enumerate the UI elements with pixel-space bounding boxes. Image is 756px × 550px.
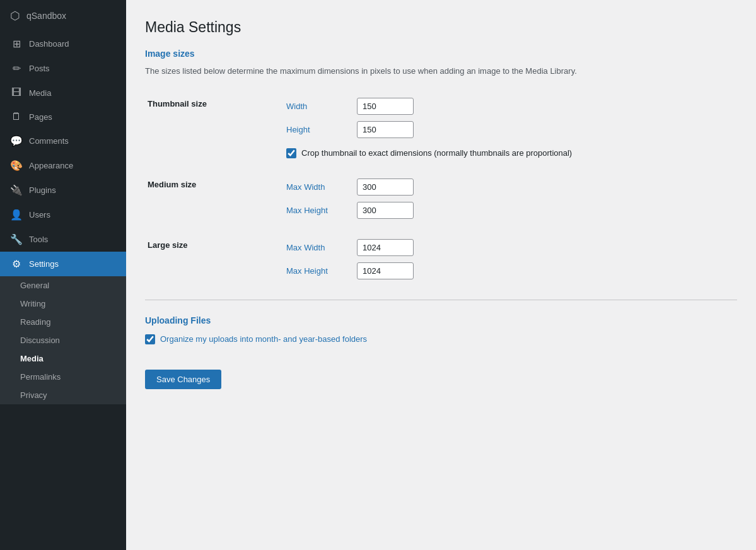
settings-submenu: General Writing Reading Discussion Media… — [0, 276, 126, 404]
uploading-files-heading: Uploading Files — [145, 315, 737, 325]
comments-icon: 💬 — [10, 135, 23, 147]
users-icon: 👤 — [10, 209, 23, 221]
image-sizes-heading: Image sizes — [145, 49, 737, 59]
plugins-icon: 🔌 — [10, 184, 23, 196]
sidebar-item-settings[interactable]: ⚙ Settings — [0, 252, 126, 276]
organize-uploads-row: Organize my uploads into month- and year… — [145, 334, 737, 344]
sidebar-item-label: Users — [29, 210, 50, 219]
large-width-row: Max Width — [286, 239, 735, 256]
media-icon: 🎞 — [10, 87, 23, 98]
sidebar-item-label: Comments — [29, 136, 69, 146]
sidebar-item-label: Tools — [29, 235, 48, 244]
thumbnail-field-group: Width Height Crop thumbnail to exact dim… — [286, 98, 735, 158]
sidebar-item-appearance[interactable]: 🎨 Appearance — [0, 153, 126, 178]
large-height-row: Max Height — [286, 262, 735, 279]
site-name: qSandbox — [26, 11, 66, 21]
sidebar-item-label: Plugins — [29, 185, 56, 195]
thumbnail-height-input[interactable] — [357, 121, 414, 138]
sidebar-item-posts[interactable]: ✏ Posts — [0, 56, 126, 81]
organize-uploads-label[interactable]: Organize my uploads into month- and year… — [160, 334, 367, 344]
thumbnail-width-label: Width — [286, 102, 349, 111]
sidebar-item-media[interactable]: 🎞 Media — [0, 81, 126, 105]
dashboard-icon: ⊞ — [10, 38, 23, 50]
sidebar-item-label: Dashboard — [29, 39, 69, 49]
thumbnail-height-label: Height — [286, 125, 349, 134]
sidebar-item-dashboard[interactable]: ⊞ Dashboard — [0, 32, 126, 56]
thumbnail-crop-label[interactable]: Crop thumbnail to exact dimensions (norm… — [301, 148, 572, 158]
medium-max-height-label: Max Height — [286, 206, 349, 215]
medium-max-width-input[interactable] — [357, 178, 414, 196]
medium-size-row: Medium size Max Width Max Height — [145, 173, 737, 224]
large-max-height-label: Max Height — [286, 266, 349, 276]
sidebar-item-label: Settings — [29, 259, 59, 269]
settings-icon: ⚙ — [10, 258, 23, 270]
uploading-files-section: Uploading Files Organize my uploads into… — [145, 315, 737, 344]
medium-fields: Max Width Max Height — [284, 173, 737, 224]
sidebar-item-tools[interactable]: 🔧 Tools — [0, 227, 126, 252]
submenu-item-general[interactable]: General — [0, 276, 126, 295]
medium-height-row: Max Height — [286, 202, 735, 219]
thumbnail-fields: Width Height Crop thumbnail to exact dim… — [284, 93, 737, 163]
large-fields: Max Width Max Height — [284, 234, 737, 284]
medium-max-width-label: Max Width — [286, 182, 349, 192]
pages-icon: 🗒 — [10, 111, 23, 122]
form-actions: Save Changes — [145, 360, 737, 389]
thumbnail-height-row: Height — [286, 121, 735, 138]
thumbnail-label: Thumbnail size — [145, 93, 284, 163]
sidebar-item-label: Media — [29, 88, 51, 98]
save-changes-button[interactable]: Save Changes — [145, 370, 221, 389]
image-sizes-info: The sizes listed below determine the max… — [145, 65, 737, 78]
large-max-width-input[interactable] — [357, 239, 414, 256]
large-size-row: Large size Max Width Max Height — [145, 234, 737, 284]
sidebar-item-users[interactable]: 👤 Users — [0, 202, 126, 227]
sidebar-item-label: Appearance — [29, 161, 73, 170]
tools-icon: 🔧 — [10, 233, 23, 245]
wp-logo-icon: ⬡ — [10, 9, 20, 23]
medium-label: Medium size — [145, 173, 284, 224]
submenu-item-privacy[interactable]: Privacy — [0, 386, 126, 404]
thumbnail-width-row: Width — [286, 98, 735, 115]
large-max-width-label: Max Width — [286, 243, 349, 252]
submenu-item-reading[interactable]: Reading — [0, 313, 126, 331]
sidebar-item-comments[interactable]: 💬 Comments — [0, 129, 126, 153]
page-title: Media Settings — [145, 19, 737, 36]
medium-max-height-input[interactable] — [357, 202, 414, 219]
posts-icon: ✏ — [10, 62, 23, 74]
sidebar-item-plugins[interactable]: 🔌 Plugins — [0, 178, 126, 202]
medium-width-row: Max Width — [286, 178, 735, 196]
thumbnail-width-input[interactable] — [357, 98, 414, 115]
submenu-item-discussion[interactable]: Discussion — [0, 331, 126, 349]
submenu-item-media[interactable]: Media — [0, 349, 126, 368]
sidebar-item-label: Pages — [29, 112, 52, 122]
thumbnail-size-row: Thumbnail size Width Height Crop thumbna… — [145, 93, 737, 163]
settings-table: Thumbnail size Width Height Crop thumbna… — [145, 93, 737, 284]
submenu-item-permalinks[interactable]: Permalinks — [0, 368, 126, 386]
sidebar-item-pages[interactable]: 🗒 Pages — [0, 105, 126, 129]
thumbnail-crop-checkbox[interactable] — [286, 148, 296, 158]
thumbnail-crop-row: Crop thumbnail to exact dimensions (norm… — [286, 148, 735, 158]
site-logo[interactable]: ⬡ qSandbox — [0, 0, 126, 32]
large-field-group: Max Width Max Height — [286, 239, 735, 279]
medium-field-group: Max Width Max Height — [286, 178, 735, 219]
sidebar-item-label: Posts — [29, 64, 50, 73]
large-label: Large size — [145, 234, 284, 284]
large-max-height-input[interactable] — [357, 262, 414, 279]
sidebar: ⬡ qSandbox ⊞ Dashboard ✏ Posts 🎞 Media 🗒… — [0, 0, 126, 550]
submenu-item-writing[interactable]: Writing — [0, 295, 126, 313]
organize-uploads-checkbox[interactable] — [145, 334, 155, 344]
section-divider — [145, 300, 737, 300]
main-content: Media Settings Image sizes The sizes lis… — [126, 0, 756, 550]
appearance-icon: 🎨 — [10, 160, 23, 172]
